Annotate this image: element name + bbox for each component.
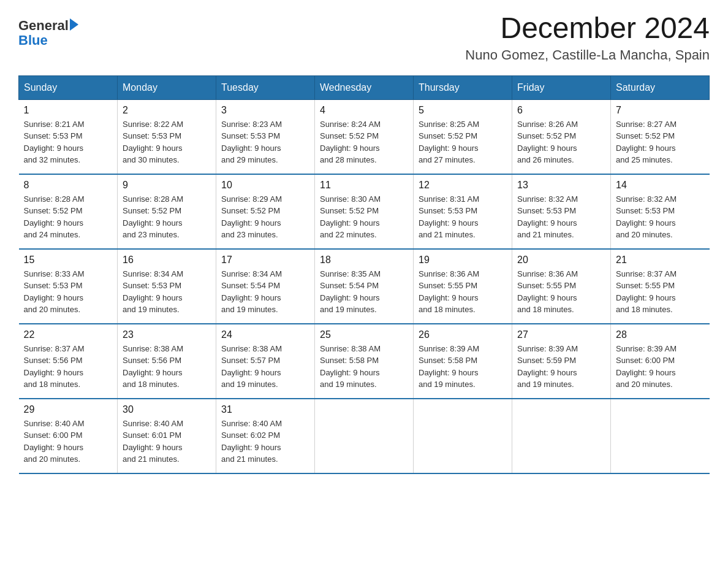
day-info: Sunrise: 8:24 AM Sunset: 5:52 PM Dayligh… — [320, 118, 408, 166]
calendar-cell: 31 Sunrise: 8:40 AM Sunset: 6:02 PM Dayl… — [216, 399, 315, 473]
header-saturday: Saturday — [611, 75, 710, 99]
day-number: 31 — [221, 404, 309, 415]
day-info: Sunrise: 8:23 AM Sunset: 5:53 PM Dayligh… — [221, 118, 309, 166]
calendar-cell: 23 Sunrise: 8:38 AM Sunset: 5:56 PM Dayl… — [118, 324, 216, 399]
day-info: Sunrise: 8:27 AM Sunset: 5:52 PM Dayligh… — [616, 118, 705, 166]
header-thursday: Thursday — [414, 75, 512, 99]
location-title: Nuno Gomez, Castille-La Mancha, Spain — [465, 47, 710, 63]
day-number: 2 — [123, 105, 211, 116]
calendar-cell: 24 Sunrise: 8:38 AM Sunset: 5:57 PM Dayl… — [216, 324, 315, 399]
calendar-cell — [315, 399, 414, 473]
header-row: Sunday Monday Tuesday Wednesday Thursday… — [19, 75, 710, 99]
day-number: 23 — [123, 329, 211, 340]
day-number: 25 — [320, 329, 408, 340]
logo-arrow-icon — [70, 18, 78, 31]
day-info: Sunrise: 8:26 AM Sunset: 5:52 PM Dayligh… — [517, 118, 605, 166]
calendar-cell: 3 Sunrise: 8:23 AM Sunset: 5:53 PM Dayli… — [216, 99, 315, 174]
day-number: 29 — [24, 404, 113, 415]
day-number: 3 — [221, 105, 309, 116]
day-info: Sunrise: 8:34 AM Sunset: 5:54 PM Dayligh… — [221, 268, 309, 316]
day-number: 13 — [517, 180, 605, 191]
header-friday: Friday — [512, 75, 611, 99]
calendar-header: Sunday Monday Tuesday Wednesday Thursday… — [19, 75, 710, 99]
day-info: Sunrise: 8:40 AM Sunset: 6:00 PM Dayligh… — [24, 418, 113, 465]
day-number: 9 — [123, 180, 211, 191]
calendar-cell: 27 Sunrise: 8:39 AM Sunset: 5:59 PM Dayl… — [512, 324, 611, 399]
day-info: Sunrise: 8:39 AM Sunset: 6:00 PM Dayligh… — [616, 343, 705, 391]
calendar-cell: 8 Sunrise: 8:28 AM Sunset: 5:52 PM Dayli… — [19, 174, 118, 249]
header-sunday: Sunday — [19, 75, 118, 99]
calendar-cell: 18 Sunrise: 8:35 AM Sunset: 5:54 PM Dayl… — [315, 249, 414, 324]
day-info: Sunrise: 8:32 AM Sunset: 5:53 PM Dayligh… — [517, 193, 605, 241]
day-info: Sunrise: 8:38 AM Sunset: 5:58 PM Dayligh… — [320, 343, 408, 391]
calendar-cell: 16 Sunrise: 8:34 AM Sunset: 5:53 PM Dayl… — [118, 249, 216, 324]
calendar-cell: 4 Sunrise: 8:24 AM Sunset: 5:52 PM Dayli… — [315, 99, 414, 174]
page-header: General Blue December 2024 Nuno Gomez, C… — [18, 12, 710, 63]
day-info: Sunrise: 8:37 AM Sunset: 5:55 PM Dayligh… — [616, 268, 705, 316]
day-number: 14 — [616, 180, 705, 191]
day-number: 17 — [221, 255, 309, 266]
calendar-cell: 5 Sunrise: 8:25 AM Sunset: 5:52 PM Dayli… — [414, 99, 512, 174]
calendar-cell: 15 Sunrise: 8:33 AM Sunset: 5:53 PM Dayl… — [19, 249, 118, 324]
calendar-cell: 1 Sunrise: 8:21 AM Sunset: 5:53 PM Dayli… — [19, 99, 118, 174]
day-info: Sunrise: 8:37 AM Sunset: 5:56 PM Dayligh… — [24, 343, 113, 391]
calendar-cell: 25 Sunrise: 8:38 AM Sunset: 5:58 PM Dayl… — [315, 324, 414, 399]
day-number: 15 — [24, 255, 113, 266]
calendar-cell: 20 Sunrise: 8:36 AM Sunset: 5:55 PM Dayl… — [512, 249, 611, 324]
calendar-week-row: 15 Sunrise: 8:33 AM Sunset: 5:53 PM Dayl… — [19, 249, 710, 324]
day-number: 22 — [24, 329, 113, 340]
calendar-cell: 9 Sunrise: 8:28 AM Sunset: 5:52 PM Dayli… — [118, 174, 216, 249]
calendar-cell: 17 Sunrise: 8:34 AM Sunset: 5:54 PM Dayl… — [216, 249, 315, 324]
day-info: Sunrise: 8:40 AM Sunset: 6:01 PM Dayligh… — [123, 418, 211, 465]
calendar-cell: 26 Sunrise: 8:39 AM Sunset: 5:58 PM Dayl… — [414, 324, 512, 399]
day-info: Sunrise: 8:29 AM Sunset: 5:52 PM Dayligh… — [221, 193, 309, 241]
calendar-cell — [414, 399, 512, 473]
day-number: 20 — [517, 255, 605, 266]
day-number: 16 — [123, 255, 211, 266]
day-number: 6 — [517, 105, 605, 116]
day-number: 8 — [24, 180, 113, 191]
day-info: Sunrise: 8:28 AM Sunset: 5:52 PM Dayligh… — [123, 193, 211, 241]
calendar-cell: 22 Sunrise: 8:37 AM Sunset: 5:56 PM Dayl… — [19, 324, 118, 399]
day-number: 28 — [616, 329, 705, 340]
calendar-cell: 2 Sunrise: 8:22 AM Sunset: 5:53 PM Dayli… — [118, 99, 216, 174]
calendar-cell: 12 Sunrise: 8:31 AM Sunset: 5:53 PM Dayl… — [414, 174, 512, 249]
day-info: Sunrise: 8:22 AM Sunset: 5:53 PM Dayligh… — [123, 118, 211, 166]
day-info: Sunrise: 8:40 AM Sunset: 6:02 PM Dayligh… — [221, 418, 309, 465]
header-wednesday: Wednesday — [315, 75, 414, 99]
day-number: 27 — [517, 329, 605, 340]
day-info: Sunrise: 8:35 AM Sunset: 5:54 PM Dayligh… — [320, 268, 408, 316]
calendar-cell: 6 Sunrise: 8:26 AM Sunset: 5:52 PM Dayli… — [512, 99, 611, 174]
day-number: 30 — [123, 404, 211, 415]
calendar-table: Sunday Monday Tuesday Wednesday Thursday… — [18, 75, 710, 474]
calendar-cell — [512, 399, 611, 473]
day-number: 4 — [320, 105, 408, 116]
day-info: Sunrise: 8:36 AM Sunset: 5:55 PM Dayligh… — [419, 268, 507, 316]
day-info: Sunrise: 8:36 AM Sunset: 5:55 PM Dayligh… — [517, 268, 605, 316]
title-block: December 2024 Nuno Gomez, Castille-La Ma… — [465, 12, 710, 63]
day-number: 1 — [24, 105, 113, 116]
calendar-cell — [611, 399, 710, 473]
calendar-week-row: 29 Sunrise: 8:40 AM Sunset: 6:00 PM Dayl… — [19, 399, 710, 473]
calendar-cell: 11 Sunrise: 8:30 AM Sunset: 5:52 PM Dayl… — [315, 174, 414, 249]
day-info: Sunrise: 8:39 AM Sunset: 5:58 PM Dayligh… — [419, 343, 507, 391]
calendar-week-row: 1 Sunrise: 8:21 AM Sunset: 5:53 PM Dayli… — [19, 99, 710, 174]
day-number: 11 — [320, 180, 408, 191]
day-info: Sunrise: 8:21 AM Sunset: 5:53 PM Dayligh… — [24, 118, 113, 166]
day-info: Sunrise: 8:31 AM Sunset: 5:53 PM Dayligh… — [419, 193, 507, 241]
calendar-body: 1 Sunrise: 8:21 AM Sunset: 5:53 PM Dayli… — [19, 99, 710, 473]
day-info: Sunrise: 8:38 AM Sunset: 5:57 PM Dayligh… — [221, 343, 309, 391]
calendar-cell: 10 Sunrise: 8:29 AM Sunset: 5:52 PM Dayl… — [216, 174, 315, 249]
calendar-cell: 7 Sunrise: 8:27 AM Sunset: 5:52 PM Dayli… — [611, 99, 710, 174]
calendar-week-row: 22 Sunrise: 8:37 AM Sunset: 5:56 PM Dayl… — [19, 324, 710, 399]
day-number: 10 — [221, 180, 309, 191]
day-info: Sunrise: 8:28 AM Sunset: 5:52 PM Dayligh… — [24, 193, 113, 241]
day-number: 26 — [419, 329, 507, 340]
day-number: 18 — [320, 255, 408, 266]
logo-general: General — [18, 18, 69, 33]
day-number: 12 — [419, 180, 507, 191]
day-number: 19 — [419, 255, 507, 266]
day-info: Sunrise: 8:30 AM Sunset: 5:52 PM Dayligh… — [320, 193, 408, 241]
month-title: December 2024 — [465, 12, 710, 45]
calendar-cell: 30 Sunrise: 8:40 AM Sunset: 6:01 PM Dayl… — [118, 399, 216, 473]
